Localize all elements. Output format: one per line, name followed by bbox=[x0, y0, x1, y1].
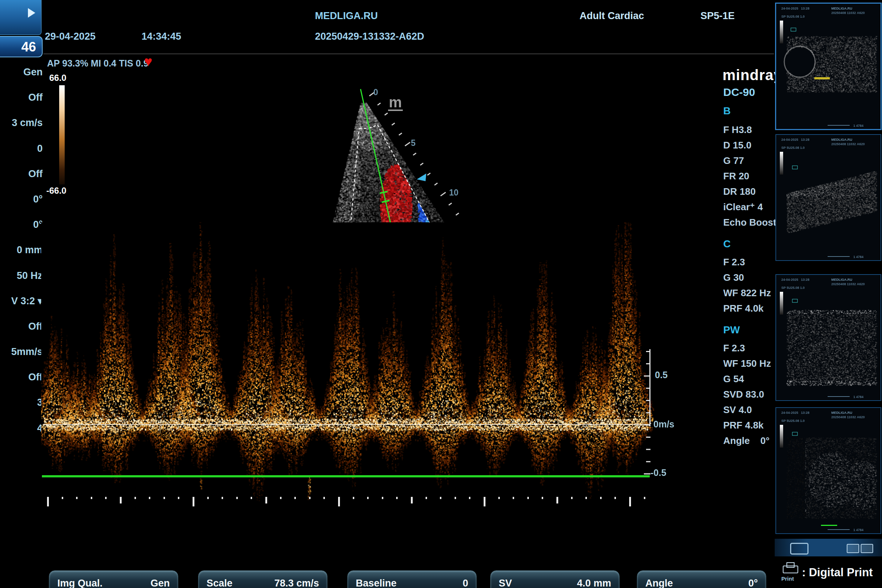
time-tick bbox=[644, 497, 645, 499]
depth-label: 0 bbox=[374, 87, 378, 98]
ultrasound-screen: 46 MEDLIGA.RU 29-04-2025 14:34:45 202504… bbox=[0, 0, 882, 588]
b-mode-header: B bbox=[723, 105, 730, 117]
velocity-axis-zero: 0m/s bbox=[653, 419, 674, 430]
time-tick bbox=[207, 497, 209, 499]
colorbar-min-label: -66.0 bbox=[46, 186, 66, 196]
color-mode-header: C bbox=[723, 238, 730, 250]
knob-readout: 3 bbox=[0, 390, 43, 415]
time-tick bbox=[280, 497, 282, 499]
time-tick bbox=[542, 497, 543, 499]
time-tick bbox=[571, 497, 573, 499]
velocity-axis-bottom: -0.5 bbox=[651, 468, 666, 478]
time-tick bbox=[498, 497, 500, 499]
time-tick bbox=[164, 497, 165, 499]
knob-readout: 0 mm bbox=[0, 237, 43, 263]
time-tick bbox=[382, 497, 383, 499]
time-tick bbox=[236, 497, 238, 499]
knob-readout: 0 bbox=[0, 136, 43, 161]
softkey-label: Angle bbox=[645, 578, 673, 588]
exam-id: 20250429-131332-A62D bbox=[315, 31, 424, 42]
knob-readout: Off bbox=[0, 85, 43, 110]
knob-readout: Off bbox=[0, 364, 43, 390]
mindray-logo: mindray bbox=[723, 67, 782, 83]
time-tick bbox=[629, 497, 631, 506]
time-tick bbox=[484, 497, 486, 506]
knob-readout: 5mm/s bbox=[0, 339, 43, 364]
clinic-title: MEDLIGA.RU bbox=[315, 10, 378, 22]
softkey-label: Scale bbox=[207, 578, 232, 588]
printer-icon[interactable] bbox=[782, 561, 799, 574]
time-tick bbox=[411, 497, 413, 504]
velocity-axis-top: 0.5 bbox=[655, 370, 668, 380]
velocity-colormap bbox=[51, 85, 59, 184]
header-divider bbox=[44, 53, 774, 54]
softkey-sv[interactable]: SV4.0 mm bbox=[490, 570, 620, 588]
softkey-value: 78.3 cm/s bbox=[274, 578, 319, 588]
time-tick bbox=[222, 497, 223, 499]
spectral-tint-map bbox=[59, 85, 64, 184]
knob-readout: 4 bbox=[0, 416, 43, 441]
left-knob-readouts: GenOff3 cm/s0Off0°0°0 mm50 HzV 3:2 ▾Off5… bbox=[0, 60, 43, 441]
print-label: Print bbox=[781, 576, 794, 582]
time-tick bbox=[353, 497, 354, 499]
time-tick bbox=[527, 497, 529, 499]
softkey-label: SV bbox=[499, 578, 512, 588]
exam-preset: Adult Cardiac bbox=[579, 10, 644, 22]
time-tick bbox=[266, 497, 267, 504]
time-tick bbox=[178, 497, 179, 499]
time-tick bbox=[76, 497, 78, 499]
depth-label: 10 bbox=[449, 188, 459, 198]
heart-icon: ♥ bbox=[144, 54, 153, 69]
time-tick bbox=[396, 497, 398, 499]
knob-readout: Off bbox=[0, 161, 43, 187]
knob-readout: Off bbox=[0, 314, 43, 339]
time-tick bbox=[250, 497, 252, 499]
pw-mode-header: PW bbox=[723, 324, 740, 336]
thumbnail-3[interactable] bbox=[776, 275, 880, 400]
time-tick bbox=[338, 497, 340, 506]
knob-readout: 3 cm/s bbox=[0, 110, 43, 136]
time-tick bbox=[193, 497, 194, 506]
softkey-value: Gen bbox=[150, 578, 170, 588]
softkey-img-qual-[interactable]: Img Qual.Gen bbox=[49, 570, 178, 588]
dual-layout-icon-right[interactable] bbox=[861, 544, 873, 553]
knob-readout: Gen bbox=[0, 60, 43, 85]
thumbnail-4[interactable] bbox=[776, 408, 880, 533]
time-tick bbox=[469, 497, 470, 499]
time-tick bbox=[585, 497, 587, 499]
dual-layout-icon-left[interactable] bbox=[847, 544, 859, 553]
time-tick bbox=[513, 497, 514, 499]
acoustic-output-status: AP 93.3% MI 0.4 TIS 0.9 bbox=[47, 58, 148, 69]
thumbnail-2[interactable] bbox=[776, 135, 880, 260]
softkey-value: 0° bbox=[748, 578, 758, 588]
softkey-value: 0 bbox=[463, 578, 468, 588]
time-tick bbox=[91, 497, 92, 499]
time-tick bbox=[62, 497, 63, 499]
time-ruler bbox=[41, 497, 655, 509]
time-tick bbox=[149, 497, 150, 499]
mindray-watermark: m bbox=[388, 95, 403, 111]
time-tick bbox=[120, 497, 122, 504]
time-tick bbox=[556, 497, 558, 504]
probe-name: SP5-1E bbox=[700, 10, 735, 22]
time-tick bbox=[600, 497, 602, 499]
cine-play-tab[interactable] bbox=[0, 0, 42, 35]
play-icon bbox=[28, 8, 35, 18]
time-tick bbox=[47, 497, 49, 506]
softkey-baseline[interactable]: Baseline0 bbox=[347, 570, 477, 588]
time-tick bbox=[105, 497, 106, 499]
softkey-value: 4.0 mm bbox=[577, 578, 611, 588]
time-tick bbox=[440, 497, 441, 499]
colorbar-max-label: 66.0 bbox=[49, 73, 66, 83]
time-tick bbox=[615, 497, 616, 499]
softkey-angle[interactable]: Angle0° bbox=[637, 570, 766, 588]
pw-spectral-doppler-trace[interactable] bbox=[41, 222, 655, 502]
color-doppler-scale-bar bbox=[51, 85, 64, 184]
softkey-scale[interactable]: Scale78.3 cm/s bbox=[198, 570, 327, 588]
time-tick bbox=[294, 497, 296, 499]
single-layout-icon[interactable] bbox=[790, 543, 808, 555]
cine-frame-counter: 46 bbox=[0, 36, 43, 57]
softkey-label: Baseline bbox=[356, 578, 396, 588]
thumbnail-1[interactable] bbox=[776, 4, 880, 129]
time-tick bbox=[454, 497, 456, 499]
